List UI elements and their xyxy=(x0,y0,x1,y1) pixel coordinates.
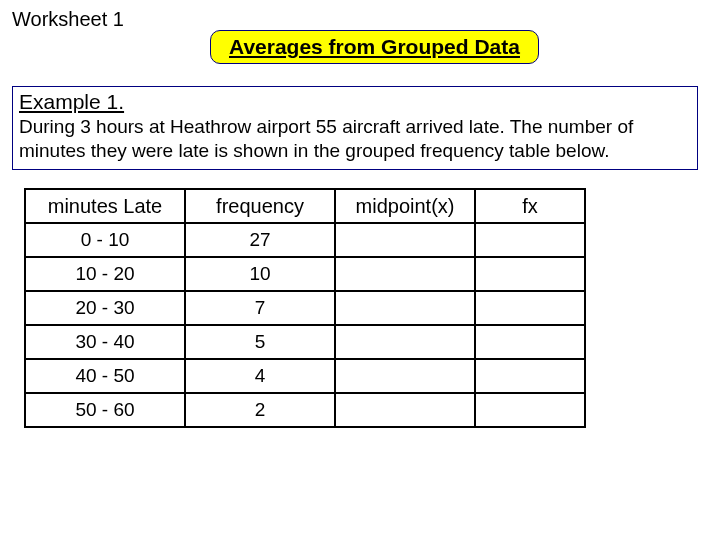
example-text: During 3 hours at Heathrow airport 55 ai… xyxy=(19,115,691,163)
worksheet-label: Worksheet 1 xyxy=(12,8,124,31)
table-row: 20 - 30 7 xyxy=(25,291,585,325)
cell-midpoint xyxy=(335,257,475,291)
table-row: 10 - 20 10 xyxy=(25,257,585,291)
table-row: 40 - 50 4 xyxy=(25,359,585,393)
table-row: 0 - 10 27 xyxy=(25,223,585,257)
col-header-frequency: frequency xyxy=(185,189,335,223)
cell-fx xyxy=(475,359,585,393)
cell-frequency: 7 xyxy=(185,291,335,325)
cell-range: 30 - 40 xyxy=(25,325,185,359)
col-header-fx: fx xyxy=(475,189,585,223)
cell-frequency: 4 xyxy=(185,359,335,393)
frequency-table: minutes Late frequency midpoint(x) fx 0 … xyxy=(24,188,586,428)
cell-midpoint xyxy=(335,223,475,257)
cell-midpoint xyxy=(335,291,475,325)
cell-midpoint xyxy=(335,393,475,427)
cell-fx xyxy=(475,257,585,291)
cell-frequency: 2 xyxy=(185,393,335,427)
col-header-midpoint: midpoint(x) xyxy=(335,189,475,223)
table-row: 50 - 60 2 xyxy=(25,393,585,427)
cell-midpoint xyxy=(335,359,475,393)
cell-range: 50 - 60 xyxy=(25,393,185,427)
cell-range: 10 - 20 xyxy=(25,257,185,291)
cell-frequency: 27 xyxy=(185,223,335,257)
cell-frequency: 10 xyxy=(185,257,335,291)
col-header-minutes: minutes Late xyxy=(25,189,185,223)
cell-range: 20 - 30 xyxy=(25,291,185,325)
cell-fx xyxy=(475,291,585,325)
cell-midpoint xyxy=(335,325,475,359)
cell-range: 0 - 10 xyxy=(25,223,185,257)
cell-range: 40 - 50 xyxy=(25,359,185,393)
page-title: Averages from Grouped Data xyxy=(210,30,539,64)
example-heading: Example 1. xyxy=(19,89,691,115)
cell-frequency: 5 xyxy=(185,325,335,359)
cell-fx xyxy=(475,393,585,427)
cell-fx xyxy=(475,223,585,257)
example-box: Example 1. During 3 hours at Heathrow ai… xyxy=(12,86,698,170)
table-header-row: minutes Late frequency midpoint(x) fx xyxy=(25,189,585,223)
cell-fx xyxy=(475,325,585,359)
table-row: 30 - 40 5 xyxy=(25,325,585,359)
